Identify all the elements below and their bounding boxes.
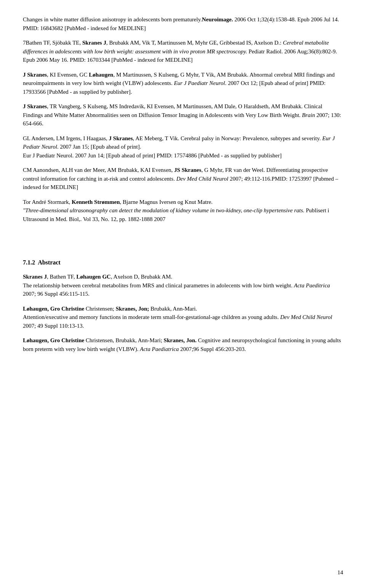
- reference-6: CM Aanondsen, ALH van der Meer, AM Bruba…: [23, 166, 343, 192]
- reference-1: Changes in white matter diffusion anisot…: [23, 15, 343, 32]
- section-712-heading: 7.1.2 Abstract: [23, 258, 343, 267]
- section-number: 7.1.2: [23, 259, 35, 266]
- reference-7: Tor André Stormark, Kenneth Strømmen, Bj…: [23, 198, 343, 224]
- ref3-text: J Skranes, KI Evensen, GC Løhaugen, M Ma…: [23, 72, 335, 95]
- abstract-2: Løhaugen, Gro Christine Christensen; Skr…: [23, 304, 343, 330]
- ref5-text: GL Andersen, LM Irgens, I Haagaas, J Skr…: [23, 135, 335, 159]
- reference-5: GL Andersen, LM Irgens, I Haagaas, J Skr…: [23, 134, 343, 160]
- abstract-3: Løhaugen, Gro Christine Christensen, Bru…: [23, 336, 343, 353]
- abs3-text: Løhaugen, Gro Christine Christensen, Bru…: [23, 337, 341, 352]
- reference-2: 7Bathen TF, Sjöbakk TE, Skranes J, Bruba…: [23, 38, 343, 64]
- reference-3: J Skranes, KI Evensen, GC Løhaugen, M Ma…: [23, 70, 343, 96]
- section-title: Abstract: [38, 259, 61, 266]
- ref6-text: CM Aanondsen, ALH van der Meer, AM Bruba…: [23, 167, 338, 190]
- abs2-text: Løhaugen, Gro Christine Christensen; Skr…: [23, 306, 332, 329]
- ref2-text: 7Bathen TF, Sjöbakk TE, Skranes J, Bruba…: [23, 40, 337, 63]
- reference-4: J Skranes, TR Vangberg, S Kulseng, MS In…: [23, 102, 343, 128]
- page-number: 14: [337, 568, 343, 577]
- abs1-text: Skranes J, Bathen TF, Løhaugen GC, Axels…: [23, 274, 330, 297]
- ref1-text: Changes in white matter diffusion anisot…: [23, 16, 339, 31]
- ref7-text: Tor André Stormark, Kenneth Strømmen, Bj…: [23, 199, 329, 222]
- ref4-text: J Skranes, TR Vangberg, S Kulseng, MS In…: [23, 103, 341, 127]
- abstract-1: Skranes J, Bathen TF, Løhaugen GC, Axels…: [23, 272, 343, 298]
